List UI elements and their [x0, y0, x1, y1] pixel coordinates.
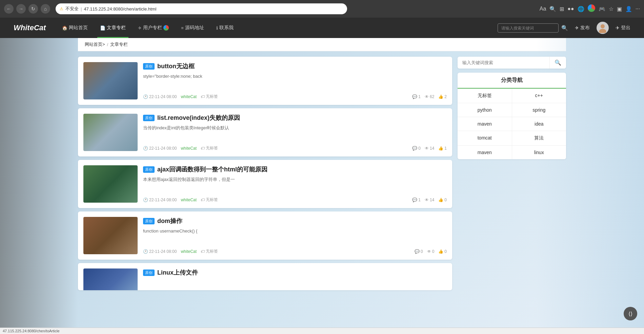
home-button[interactable]: ⌂ — [41, 4, 50, 14]
source-icon: ≡ — [181, 25, 184, 31]
like-icon: 👍 — [438, 198, 443, 202]
category-item-maven2[interactable]: maven — [458, 146, 512, 159]
comment-count: 💬 0 — [412, 146, 421, 151]
article-stats: 💬 0 👁 0 👍 0 — [415, 249, 447, 254]
article-header: 原创 button无边框 — [143, 62, 447, 70]
profile-icon[interactable]: 👤 — [625, 6, 632, 12]
nav-search-input[interactable] — [498, 23, 559, 33]
search-page-icon[interactable]: 🔍 — [549, 6, 556, 12]
category-item-linux[interactable]: linux — [512, 146, 566, 159]
tag-label[interactable]: 无标签 — [206, 197, 218, 203]
article-title: button无边框 — [157, 62, 195, 70]
view-icon: 👁 — [425, 94, 429, 99]
logout-label: 登出 — [621, 25, 630, 31]
article-author[interactable]: whiteCat — [181, 249, 197, 254]
article-author[interactable]: whiteCat — [181, 198, 197, 202]
collections-icon[interactable]: ▣ — [617, 6, 622, 12]
clock-icon: 🕐 — [143, 198, 148, 202]
extensions-icon[interactable]: ⊞ — [560, 6, 564, 12]
like-icon: 👍 — [438, 146, 443, 151]
nav-articles[interactable]: 📄 文章专栏 — [97, 18, 128, 38]
breadcrumb: 网站首页> / 文章专栏 — [78, 38, 566, 51]
nav-contact[interactable]: ℹ 联系我 — [214, 18, 236, 38]
article-body: 原创 button无边框 style="border-style:none; b… — [143, 62, 447, 99]
user-avatar[interactable] — [597, 22, 609, 34]
address-bar[interactable]: ⚠ 不安全 | 47.115.225.24:8080/chen/article.… — [56, 3, 347, 14]
categories-grid: 无标签 c++ python spring maven idea tomcat … — [458, 89, 566, 159]
article-card[interactable]: 原创 Linux上传文件 — [78, 263, 452, 290]
category-item-idea[interactable]: idea — [512, 117, 566, 131]
clock-icon: 🕐 — [143, 94, 148, 99]
article-body: 原创 ajax回调函数得到一整个html的可能原因 本来想用ajax返回控制器返… — [143, 165, 447, 203]
nav-source[interactable]: ≡ 源码地址 — [178, 18, 207, 38]
sidebar-categories: 分类导航 无标签 c++ python spring maven idea to… — [458, 73, 566, 159]
article-title: ajax回调函数得到一整个html的可能原因 — [157, 165, 267, 173]
view-count: 👁 0 — [427, 249, 435, 254]
share-button[interactable]: ⟨⟩ — [624, 307, 637, 320]
home-icon: 🏠 — [62, 25, 67, 31]
security-warning-text: 不安全 — [65, 6, 79, 12]
status-bar: 47.115.225.24:8080/chen/toArticle — [0, 328, 644, 334]
article-card[interactable]: 原创 dom操作 function usernameCheck() { 🕐 22… — [78, 211, 452, 260]
nav-home[interactable]: 🏠 网站首页 — [59, 18, 90, 38]
original-badge: 原创 — [143, 63, 155, 70]
category-item-cpp[interactable]: c++ — [512, 89, 566, 103]
article-card[interactable]: 原创 ajax回调函数得到一整个html的可能原因 本来想用ajax返回控制器返… — [78, 160, 452, 208]
category-item-python[interactable]: python — [458, 103, 512, 117]
publish-icon: ✈ — [575, 25, 579, 31]
article-title: dom操作 — [157, 217, 182, 225]
article-thumbnail — [83, 217, 138, 254]
original-badge: 原创 — [143, 115, 155, 121]
breadcrumb-home[interactable]: 网站首页> — [85, 41, 105, 48]
nav-search-button[interactable]: 🔍 — [561, 25, 568, 31]
article-card[interactable]: 原创 button无边框 style="border-style:none; b… — [78, 57, 452, 105]
article-card[interactable]: 原创 list.remove(index)失败的原因 当传的index是int的… — [78, 108, 452, 156]
comment-icon: 💬 — [412, 146, 417, 151]
category-item-maven[interactable]: maven — [458, 117, 512, 131]
browser-logo-icon[interactable]: 🌐 — [578, 6, 584, 12]
sidebar: 🔍 分类导航 无标签 c++ python spring maven idea … — [458, 57, 566, 290]
category-item-no-tag[interactable]: 无标签 — [458, 89, 512, 103]
favorites-icon[interactable]: ☆ — [609, 6, 613, 12]
back-button[interactable]: ← — [4, 4, 14, 14]
tag-label[interactable]: 无标签 — [206, 248, 218, 254]
category-item-spring[interactable]: spring — [512, 103, 566, 117]
article-thumbnail — [83, 268, 138, 290]
logout-icon: ✈ — [616, 25, 620, 31]
article-header: 原创 Linux上传文件 — [143, 268, 447, 277]
svg-point-1 — [599, 29, 606, 33]
forward-button[interactable]: → — [16, 4, 26, 14]
clock-icon: 🕐 — [143, 249, 148, 254]
articles-icon: 📄 — [100, 25, 105, 31]
category-item-algorithm[interactable]: 算法 — [512, 131, 566, 145]
sidebar-search-button[interactable]: 🔍 — [549, 57, 566, 69]
article-author[interactable]: whiteCat — [181, 94, 197, 99]
main-content: 原创 button无边框 style="border-style:none; b… — [78, 51, 566, 296]
color-icon[interactable] — [588, 4, 595, 13]
view-count: 👁 14 — [425, 146, 434, 151]
category-item-tomcat[interactable]: tomcat — [458, 131, 512, 145]
article-excerpt: 当传的index是int的包装类Integer时候会默认 — [143, 125, 447, 131]
article-list: 原创 button无边框 style="border-style:none; b… — [78, 57, 452, 290]
nav-users[interactable]: ✈ 用户专栏 — [135, 18, 172, 38]
tag-label[interactable]: 无标签 — [206, 145, 218, 151]
account-icon[interactable]: ●● — [567, 6, 574, 12]
read-mode-icon[interactable]: Aa — [540, 6, 546, 12]
article-tag: 🏷 无标签 — [201, 94, 218, 99]
article-tag: 🏷 无标签 — [201, 197, 218, 203]
article-meta: 🕐 22-11-24 08:00 whiteCat 🏷 无标签 💬 0 — [143, 145, 447, 151]
article-thumbnail — [83, 62, 138, 99]
article-author[interactable]: whiteCat — [181, 146, 197, 151]
contact-icon: ℹ — [216, 25, 218, 31]
nav-publish[interactable]: ✈ 发布 — [575, 25, 590, 31]
article-header: 原创 list.remove(index)失败的原因 — [143, 114, 447, 122]
tag-label[interactable]: 无标签 — [206, 94, 218, 99]
games-icon[interactable]: 🎮 — [599, 6, 605, 12]
sidebar-search-input[interactable] — [458, 57, 549, 69]
refresh-button[interactable]: ↻ — [28, 4, 38, 14]
like-count: 👍 0 — [438, 198, 447, 202]
nav-articles-label: 文章专栏 — [107, 25, 126, 31]
more-icon[interactable]: ··· — [636, 6, 640, 12]
article-tag: 🏷 无标签 — [201, 248, 218, 254]
nav-logout[interactable]: ✈ 登出 — [616, 25, 630, 31]
